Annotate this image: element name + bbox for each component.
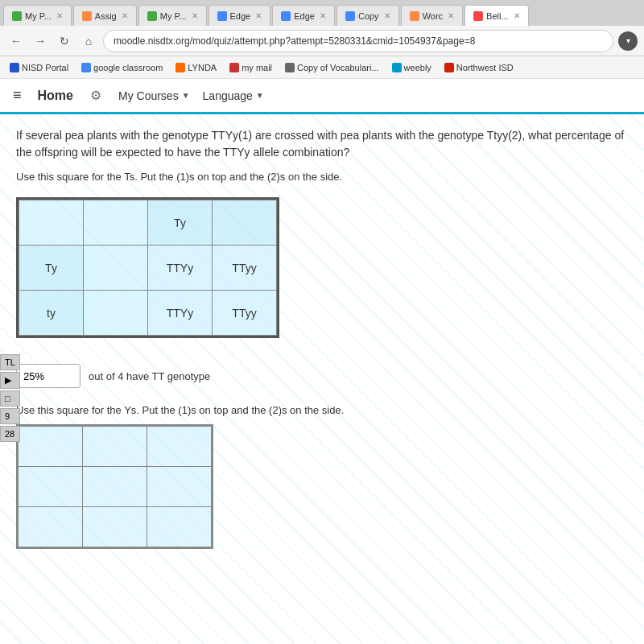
punnett2-cell-2-2 (147, 507, 212, 547)
tab-close-icon[interactable]: ✕ (448, 11, 454, 20)
my-courses-label: My Courses (118, 89, 179, 102)
left-panel: TL ▶ □ 9 28 (0, 354, 20, 442)
left-label-square: □ (0, 390, 20, 407)
home-link[interactable]: Home (38, 89, 73, 103)
tab-close-icon[interactable]: ✕ (122, 11, 128, 20)
bookmark-label: NISD Portal (22, 63, 68, 72)
mail-icon (229, 63, 239, 72)
tab-close-icon[interactable]: ✕ (320, 11, 326, 20)
bookmark-label: google classroom (93, 63, 163, 72)
punnett-table-1: Ty Ty TTYy TTyy ty TTYy TTyy (19, 200, 277, 336)
content-body: If several pea plants with the genotype … (16, 127, 628, 552)
answer-suffix-label: out of 4 have TT genotype (89, 370, 210, 382)
bookmark-nwisd[interactable]: Northwest ISD (440, 61, 518, 74)
courses-dropdown-arrow: ▼ (182, 91, 190, 100)
tab-favicon (281, 11, 291, 21)
tab-label: My P... (160, 11, 187, 21)
bookmark-nisd[interactable]: NISD Portal (5, 61, 73, 74)
tab-close-icon[interactable]: ✕ (384, 11, 390, 20)
tab-favicon (345, 11, 355, 21)
bookmark-label: my mail (242, 63, 272, 72)
hamburger-menu-icon[interactable]: ≡ (10, 84, 25, 107)
language-label: Language (203, 89, 253, 102)
left-label-arrow[interactable]: ▶ (0, 372, 20, 389)
profile-button[interactable]: ▾ (618, 31, 638, 51)
moodle-navigation: ≡ Home ⚙ My Courses ▼ Language ▼ (0, 79, 644, 114)
tab-favicon (12, 11, 22, 21)
instruction-2: Use this square for the Ys. Put the (1)s… (16, 404, 628, 416)
address-bar[interactable] (103, 30, 613, 52)
punnett2-row-0 (19, 427, 212, 467)
tab-assig[interactable]: Assig ✕ (73, 5, 137, 26)
punnett2-cell-0-2 (147, 427, 212, 467)
google-icon (81, 63, 91, 72)
tab-close-icon[interactable]: ✕ (56, 11, 63, 20)
tab-label: My P... (25, 11, 52, 21)
punnett2-cell-1-0 (19, 467, 83, 507)
tab-myp1[interactable]: My P... ✕ (3, 5, 72, 26)
omnibox-bar: ← → ↻ ⌂ ▾ (0, 26, 644, 56)
settings-gear-icon[interactable]: ⚙ (86, 86, 105, 105)
bookmark-copy[interactable]: Copy of Vocabulari... (280, 61, 384, 74)
forward-button[interactable]: → (31, 31, 50, 51)
bookmark-label: Northwest ISD (456, 63, 514, 72)
punnett2-cell-2-0 (19, 507, 83, 547)
browser-tabs: My P... ✕ Assig ✕ My P... ✕ Edge ✕ Edge … (0, 0, 644, 26)
tab-edge1[interactable]: Edge ✕ (208, 5, 271, 26)
punnett-cell-2-0: ty (19, 291, 84, 336)
bookmark-label: Copy of Vocabulari... (297, 63, 379, 72)
tab-close-icon[interactable]: ✕ (514, 11, 520, 20)
tab-favicon (147, 11, 157, 21)
punnett-cell-1-2: TTYy (148, 246, 213, 291)
punnett-cell-0-0 (19, 200, 84, 246)
punnett-cell-1-1 (84, 246, 148, 291)
tab-label: Assig (95, 11, 117, 21)
punnett2-row-2 (19, 507, 212, 547)
back-button[interactable]: ← (6, 31, 26, 51)
nwisd-icon (444, 63, 454, 72)
tab-favicon (217, 11, 227, 21)
language-link[interactable]: Language ▼ (203, 89, 264, 102)
tab-label: Copy (358, 11, 379, 21)
weebly-icon (392, 63, 402, 72)
tab-edge2[interactable]: Edge ✕ (272, 5, 335, 26)
percentage-input[interactable] (16, 364, 80, 388)
punnett-row-0: Ty (19, 200, 277, 246)
main-content: If several pea plants with the genotype … (0, 114, 644, 644)
refresh-button[interactable]: ↻ (55, 31, 74, 51)
bookmark-lynda[interactable]: LYNDA (171, 61, 221, 74)
punnett-cell-2-2: TTYy (148, 291, 213, 336)
punnett2-cell-1-2 (147, 467, 212, 507)
tab-bell[interactable]: Bell... ✕ (464, 5, 529, 26)
my-courses-link[interactable]: My Courses ▼ (118, 89, 190, 102)
bookmark-mail[interactable]: my mail (225, 61, 277, 74)
tab-copy[interactable]: Copy ✕ (336, 5, 399, 26)
tab-label: Edge (294, 11, 315, 21)
answer-row: out of 4 have TT genotype (16, 364, 628, 388)
punnett-cell-0-2: Ty (148, 200, 213, 246)
tab-favicon (82, 11, 92, 21)
bookmarks-bar: NISD Portal google classroom LYNDA my ma… (0, 56, 644, 79)
tab-label: Worc (423, 11, 443, 21)
punnett2-cell-0-1 (83, 427, 147, 467)
punnett2-cell-1-1 (83, 467, 147, 507)
tab-close-icon[interactable]: ✕ (255, 11, 262, 20)
tab-favicon (473, 11, 483, 21)
copy-icon (285, 63, 295, 72)
bookmark-weebly[interactable]: weebly (387, 61, 436, 74)
tab-myp2[interactable]: My P... ✕ (138, 5, 207, 26)
home-button[interactable]: ⌂ (79, 31, 98, 51)
bookmark-google[interactable]: google classroom (76, 61, 167, 74)
punnett-table-2 (18, 426, 212, 547)
tab-worc[interactable]: Worc ✕ (401, 5, 463, 26)
instruction-1: Use this square for the Ts. Put the (1)s… (16, 171, 628, 183)
bookmark-label: weebly (404, 63, 431, 72)
punnett-square-2 (16, 424, 213, 549)
tab-close-icon[interactable]: ✕ (192, 11, 198, 20)
punnett-cell-2-1 (84, 291, 148, 336)
left-label-tl: TL (0, 354, 20, 370)
nisd-icon (10, 63, 19, 72)
punnett-cell-2-3: TTyy (213, 291, 277, 336)
tab-label: Edge (230, 11, 251, 21)
punnett2-cell-2-1 (83, 507, 147, 547)
